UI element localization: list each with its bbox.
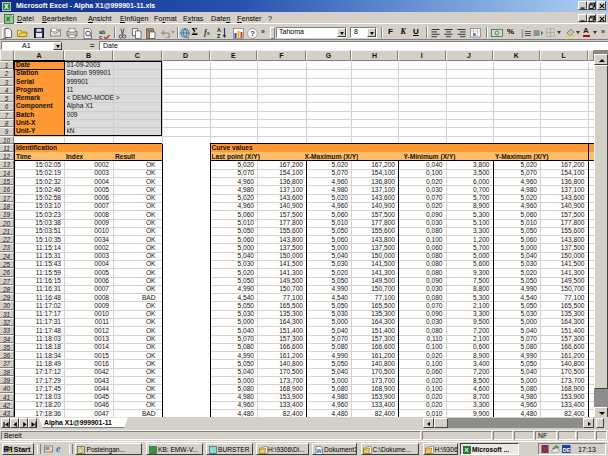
svg-text:DE: DE xyxy=(563,447,571,453)
svg-text:W: W xyxy=(316,448,322,454)
svg-text:?: ? xyxy=(250,29,255,38)
svg-text:X: X xyxy=(464,447,468,453)
svg-text:c: c xyxy=(99,33,102,39)
svg-text:Z: Z xyxy=(217,33,221,39)
svg-text:a: a xyxy=(473,31,476,37)
